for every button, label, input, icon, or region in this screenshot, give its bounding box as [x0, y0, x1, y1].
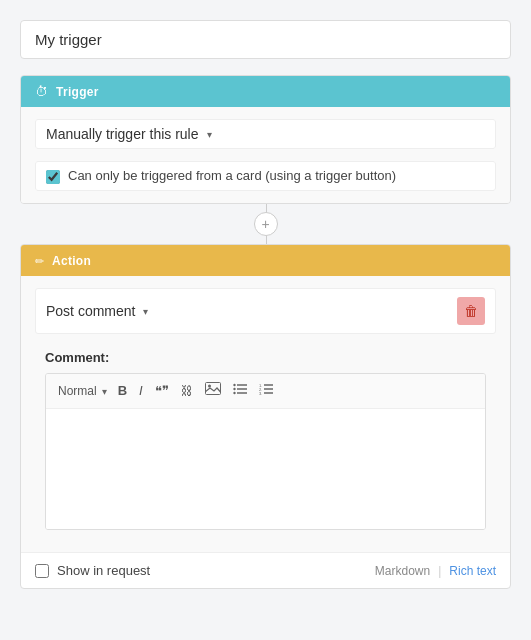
- action-dropdown-arrow: ▾: [143, 306, 148, 317]
- trigger-icon: [35, 84, 48, 99]
- action-card-body: Post comment ▾ 🗑 Comment: Normal ▾: [21, 276, 510, 552]
- ul-icon: [233, 383, 247, 398]
- link-icon: ⛓: [181, 384, 193, 398]
- action-header-label: Action: [52, 254, 91, 268]
- svg-point-1: [208, 385, 211, 388]
- add-step-button[interactable]: +: [254, 212, 278, 236]
- bold-label: B: [118, 383, 127, 398]
- comment-section: Comment: Normal ▾ B I: [35, 346, 496, 540]
- delete-action-button[interactable]: 🗑: [457, 297, 485, 325]
- rule-title-input[interactable]: [20, 20, 511, 59]
- trigger-card-body: Manually trigger this rule ▾ Can only be…: [21, 107, 510, 203]
- format-normal-label: Normal: [58, 384, 97, 398]
- comment-editor[interactable]: [46, 409, 485, 529]
- format-links: Markdown | Rich text: [375, 564, 496, 578]
- delete-icon: 🗑: [464, 303, 478, 319]
- trigger-card: Trigger Manually trigger this rule ▾ Can…: [20, 75, 511, 204]
- trigger-header-label: Trigger: [56, 85, 99, 99]
- page-container: Trigger Manually trigger this rule ▾ Can…: [20, 20, 511, 589]
- trigger-card-header: Trigger: [21, 76, 510, 107]
- svg-text:3.: 3.: [259, 391, 262, 395]
- add-step-icon: +: [261, 217, 269, 231]
- format-divider: |: [438, 564, 441, 578]
- rich-text-link[interactable]: Rich text: [449, 564, 496, 578]
- svg-point-4: [233, 392, 235, 394]
- image-icon: [205, 383, 221, 398]
- svg-point-2: [233, 384, 235, 386]
- action-card-header: Action: [21, 245, 510, 276]
- action-dropdown-label: Post comment: [46, 303, 135, 319]
- editor-toolbar: Normal ▾ B I ❝❞ ⛓: [46, 374, 485, 409]
- format-link-button[interactable]: ⛓: [176, 380, 198, 402]
- format-ol-button[interactable]: 1. 2. 3.: [254, 380, 278, 402]
- comment-label: Comment:: [45, 350, 486, 365]
- action-icon: [35, 253, 44, 268]
- quote-label: ❝❞: [155, 383, 169, 398]
- format-ul-button[interactable]: [228, 380, 252, 402]
- trigger-checkbox-label: Can only be triggered from a card (using…: [68, 168, 396, 183]
- editor-container: Normal ▾ B I ❝❞ ⛓: [45, 373, 486, 530]
- trigger-dropdown[interactable]: Manually trigger this rule ▾: [35, 119, 496, 149]
- show-request-row: Show in request: [35, 563, 150, 578]
- trigger-checkbox-row: Can only be triggered from a card (using…: [35, 161, 496, 191]
- trigger-dropdown-label: Manually trigger this rule: [46, 126, 199, 142]
- format-bold-button[interactable]: B: [113, 380, 132, 402]
- format-italic-button[interactable]: I: [134, 380, 148, 402]
- svg-point-3: [233, 388, 235, 390]
- action-dropdown[interactable]: Post comment ▾: [46, 303, 148, 319]
- trigger-checkbox[interactable]: [46, 170, 60, 184]
- format-image-button[interactable]: [200, 380, 226, 402]
- show-request-checkbox[interactable]: [35, 564, 49, 578]
- italic-label: I: [139, 383, 143, 398]
- action-card: Action Post comment ▾ 🗑 Comment: Normal: [20, 244, 511, 589]
- format-quote-button[interactable]: ❝❞: [150, 380, 174, 402]
- action-card-footer: Show in request Markdown | Rich text: [21, 552, 510, 588]
- connector: +: [20, 204, 511, 244]
- ol-icon: 1. 2. 3.: [259, 383, 273, 398]
- show-request-label: Show in request: [57, 563, 150, 578]
- format-normal-button[interactable]: Normal ▾: [54, 382, 111, 400]
- format-normal-arrow: ▾: [102, 386, 107, 397]
- svg-rect-0: [205, 383, 220, 395]
- markdown-link[interactable]: Markdown: [375, 564, 430, 578]
- action-type-row: Post comment ▾ 🗑: [35, 288, 496, 334]
- trigger-dropdown-arrow: ▾: [207, 129, 212, 140]
